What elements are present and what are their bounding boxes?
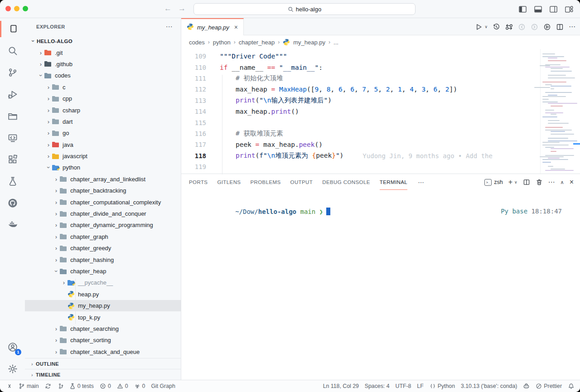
sidebar-section-outline[interactable]: ›OUTLINE: [25, 358, 181, 369]
code-line-109[interactable]: 109"""Driver Code""": [181, 51, 540, 62]
panel-tab-gitlens[interactable]: GITLENS: [217, 174, 241, 190]
status-ports-forwarded[interactable]: 0: [134, 383, 145, 389]
tree-item-chapter_heap[interactable]: ›chapter_heap: [25, 266, 181, 277]
tree-item-chapter_backtracking[interactable]: ›chapter_backtracking: [25, 185, 181, 196]
code-line-110[interactable]: 110if __name__ == "__main__":: [181, 62, 540, 73]
tree-item-chapter_sorting[interactable]: ›chapter_sorting: [25, 334, 181, 346]
code-line-117[interactable]: 117 peek = max_heap.peek(): [181, 139, 540, 150]
panel-tab-ports[interactable]: PORTS: [189, 174, 208, 190]
toggle-secondary-sidebar-icon[interactable]: [548, 4, 558, 14]
panel-tabs-more-icon[interactable]: ⋯: [418, 179, 424, 186]
previous-change-icon[interactable]: [518, 23, 526, 31]
code-line-118[interactable]: 118 print(f"\n堆顶元素为 {peek}")Yudong Jin, …: [181, 150, 540, 161]
customize-layout-icon[interactable]: [564, 4, 574, 14]
terminal-shell-selector[interactable]: >_zsh: [484, 179, 503, 186]
run-dropdown-icon[interactable]: ∨: [484, 24, 488, 29]
terminal[interactable]: ~/Dow/hello-algo main ❯ Py base 18:18:47: [181, 190, 580, 380]
status-problems-errors[interactable]: 0: [100, 383, 111, 389]
forward-arrow-icon[interactable]: →: [178, 4, 186, 13]
run-python-file-icon[interactable]: [475, 23, 483, 31]
tree-item-my_heap.py[interactable]: my_heap.py: [25, 300, 181, 311]
tree-item-.github[interactable]: ›.github: [25, 58, 181, 70]
status-language-mode[interactable]: Python: [430, 383, 455, 389]
tree-item-heap.py[interactable]: heap.py: [25, 289, 181, 300]
activity-docker-icon[interactable]: [0, 214, 25, 236]
tree-item-csharp[interactable]: ›csharp: [25, 104, 181, 116]
next-change-icon[interactable]: [531, 23, 538, 31]
file-history-icon[interactable]: [493, 23, 500, 31]
code-line-111[interactable]: 111 # 初始化大顶堆: [181, 73, 540, 84]
code-line-116[interactable]: 116 # 获取堆顶元素: [181, 128, 540, 139]
activity-project-folder-icon[interactable]: [0, 105, 25, 127]
tree-item-chapter_array_and_linkedlist[interactable]: ›chapter_array_and_linkedlist: [25, 174, 181, 185]
status-prettier[interactable]: Prettier: [536, 383, 562, 389]
code-line-112[interactable]: 112 max_heap = MaxHeap([9, 8, 6, 6, 7, 5…: [181, 84, 540, 95]
status-git-graph[interactable]: Git Graph: [151, 383, 175, 389]
status-indentation[interactable]: Spaces: 4: [365, 383, 390, 389]
panel-tab-debug-console[interactable]: DEBUG CONSOLE: [322, 174, 370, 190]
back-arrow-icon[interactable]: ←: [164, 4, 172, 13]
code-line-119[interactable]: 119: [181, 161, 540, 172]
activity-accounts-icon[interactable]: 1: [0, 336, 25, 358]
status-sync-changes[interactable]: [45, 383, 51, 389]
code-line-114[interactable]: 114 max_heap.print(): [181, 106, 540, 117]
tree-item-chapter_graph[interactable]: ›chapter_graph: [25, 231, 181, 242]
zoom-window-button[interactable]: [23, 6, 28, 11]
close-window-button[interactable]: [5, 6, 11, 11]
tree-item-chapter_divide_and_conquer[interactable]: ›chapter_divide_and_conquer: [25, 208, 181, 219]
toggle-primary-sidebar-icon[interactable]: [517, 4, 527, 14]
breadcrumb-item[interactable]: python: [213, 39, 231, 46]
status-eol[interactable]: LF: [417, 383, 423, 389]
close-panel-icon[interactable]: ×: [570, 178, 574, 186]
sidebar-section-timeline[interactable]: ›TIMELINE: [25, 369, 181, 380]
status-git-branch[interactable]: main: [19, 383, 39, 389]
close-tab-icon[interactable]: ×: [234, 24, 238, 31]
tree-item-dart[interactable]: ›dart: [25, 116, 181, 127]
open-changes-icon[interactable]: [505, 23, 513, 31]
activity-explorer-icon[interactable]: [0, 18, 25, 40]
activity-github-icon[interactable]: [0, 192, 25, 214]
gitlens-graph-icon[interactable]: [543, 23, 551, 31]
breadcrumb-item[interactable]: chapter_heap: [239, 39, 275, 46]
status-test-results[interactable]: 0 tests: [69, 383, 94, 389]
status-notifications[interactable]: [568, 383, 575, 390]
activity-run-debug-icon[interactable]: [0, 83, 25, 105]
activity-source-control-icon[interactable]: [0, 62, 25, 83]
status-problems-warnings[interactable]: 0: [117, 383, 128, 389]
tree-item-chapter_computational_complexity[interactable]: ›chapter_computational_complexity: [25, 196, 181, 208]
status-cursor-position[interactable]: Ln 118, Col 29: [323, 383, 359, 389]
minimize-window-button[interactable]: [14, 6, 19, 11]
tab-my-heap[interactable]: my_heap.py ×: [181, 18, 244, 35]
code-line-115[interactable]: 115: [181, 117, 540, 128]
panel-tab-output[interactable]: OUTPUT: [290, 174, 313, 190]
new-terminal-icon[interactable]: +: [508, 178, 512, 186]
tree-item-__pycache__[interactable]: ›__pycache__: [25, 277, 181, 288]
status-remote-indicator[interactable]: [6, 383, 13, 389]
tree-item-HELLO-ALGO[interactable]: ›HELLO-ALGO: [25, 35, 181, 47]
tree-item-chapter_searching[interactable]: ›chapter_searching: [25, 323, 181, 334]
activity-settings-icon[interactable]: [0, 358, 25, 380]
status-encoding[interactable]: UTF-8: [396, 383, 411, 389]
tree-item-chapter_greedy[interactable]: ›chapter_greedy: [25, 242, 181, 254]
tree-item-cpp[interactable]: ›cpp: [25, 93, 181, 104]
tree-item-top_k.py[interactable]: top_k.py: [25, 311, 181, 323]
tree-item-javascript[interactable]: ›javascript: [25, 150, 181, 162]
maximize-panel-icon[interactable]: ∧: [561, 179, 564, 185]
code-editor[interactable]: 109"""Driver Code"""110if __name__ == "_…: [181, 49, 580, 174]
tree-item-python[interactable]: ›python: [25, 162, 181, 173]
kill-terminal-icon[interactable]: [536, 179, 543, 186]
split-editor-icon[interactable]: [556, 23, 564, 31]
status-python-interpreter[interactable]: 3.10.13 ('base': conda): [461, 383, 517, 389]
tree-item-codes[interactable]: ›codes: [25, 70, 181, 81]
tree-item-.git[interactable]: ›.git: [25, 47, 181, 58]
panel-tab-terminal[interactable]: TERMINAL: [380, 174, 407, 190]
tree-item-c[interactable]: ›c: [25, 82, 181, 93]
minimap[interactable]: [540, 49, 580, 174]
tree-item-chapter_dynamic_programming[interactable]: ›chapter_dynamic_programming: [25, 219, 181, 231]
breadcrumb-item[interactable]: codes: [189, 39, 205, 46]
panel-more-actions-icon[interactable]: ⋯: [548, 178, 555, 186]
breadcrumb-item[interactable]: my_heap.py: [293, 39, 325, 46]
activity-search-icon[interactable]: [0, 40, 25, 62]
status-commit-graph[interactable]: [57, 383, 63, 389]
command-center-search[interactable]: hello-algo: [193, 3, 416, 15]
